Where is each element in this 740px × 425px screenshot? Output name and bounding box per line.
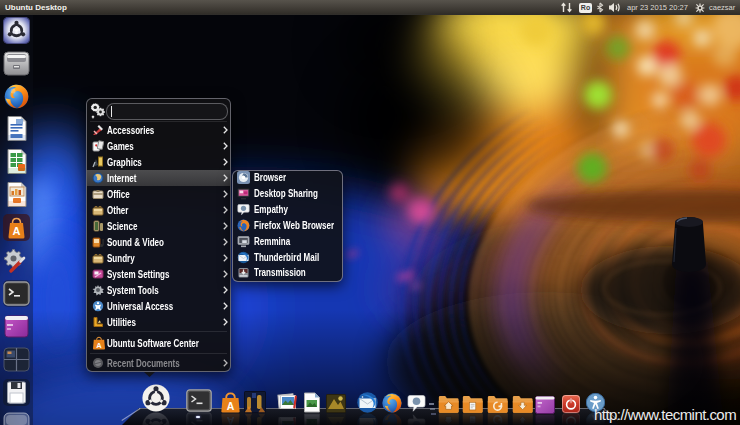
svg-text:A: A bbox=[227, 415, 235, 425]
svg-text:A: A bbox=[227, 400, 235, 412]
svg-text:A: A bbox=[96, 341, 102, 350]
